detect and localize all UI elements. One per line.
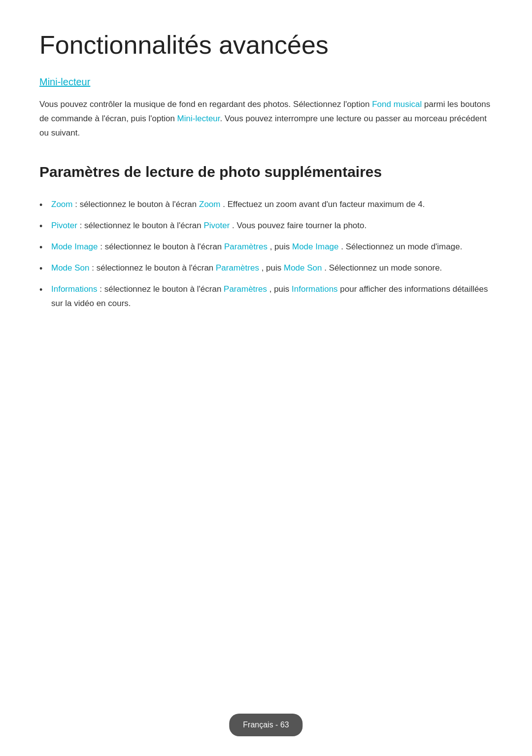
list-item: Pivoter : sélectionnez le bouton à l'écr… <box>39 219 493 233</box>
mini-lecteur-section: Mini-lecteur Vous pouvez contrôler la mu… <box>39 74 493 140</box>
bullet-text-1b: . Effectuez un zoom avant d'un facteur m… <box>223 200 425 209</box>
params-list: Zoom : sélectionnez le bouton à l'écran … <box>39 198 493 310</box>
mode-son-term-link[interactable]: Mode Son <box>51 263 90 273</box>
zoom-screen-link[interactable]: Zoom <box>199 200 220 209</box>
list-item: Mode Son : sélectionnez le bouton à l'éc… <box>39 261 493 275</box>
informations-screen-link[interactable]: Informations <box>292 284 338 294</box>
zoom-term-link[interactable]: Zoom <box>51 200 72 209</box>
page-footer: Français - 63 <box>229 714 302 736</box>
bullet-text-5: : sélectionnez le bouton à l'écran <box>100 284 224 294</box>
list-item: Informations : sélectionnez le bouton à … <box>39 282 493 311</box>
mini-lecteur-inline-link[interactable]: Mini-lecteur <box>177 114 220 123</box>
pivoter-term-link[interactable]: Pivoter <box>51 221 77 230</box>
intro-paragraph: Vous pouvez contrôler la musique de fond… <box>39 98 493 140</box>
bullet-text-5b: , puis <box>269 284 292 294</box>
fond-musical-link[interactable]: Fond musical <box>372 100 422 109</box>
bullet-text-3: : sélectionnez le bouton à l'écran <box>100 242 224 251</box>
bullet-text-4c: . Sélectionnez un mode sonore. <box>324 263 442 273</box>
params-section: Paramètres de lecture de photo supplémen… <box>39 160 493 310</box>
bullet-text-4: : sélectionnez le bouton à l'écran <box>92 263 216 273</box>
params-heading: Paramètres de lecture de photo supplémen… <box>39 160 493 184</box>
bullet-text-2: : sélectionnez le bouton à l'écran <box>80 221 204 230</box>
bullet-text-4b: , puis <box>262 263 284 273</box>
list-item: Mode Image : sélectionnez le bouton à l'… <box>39 240 493 254</box>
mode-son-screen-link[interactable]: Mode Son <box>284 263 322 273</box>
informations-term-link[interactable]: Informations <box>51 284 98 294</box>
intro-text-1: Vous pouvez contrôler la musique de fond… <box>39 100 372 109</box>
parametres-link-4[interactable]: Paramètres <box>216 263 259 273</box>
parametres-link-3[interactable]: Paramètres <box>224 242 267 251</box>
bullet-text-3b: , puis <box>270 242 292 251</box>
pivoter-screen-link[interactable]: Pivoter <box>203 221 230 230</box>
bullet-text-1: : sélectionnez le bouton à l'écran <box>75 200 199 209</box>
list-item: Zoom : sélectionnez le bouton à l'écran … <box>39 198 493 212</box>
mini-lecteur-link[interactable]: Mini-lecteur <box>39 74 493 90</box>
parametres-link-5[interactable]: Paramètres <box>224 284 267 294</box>
page-title: Fonctionnalités avancées <box>39 30 493 60</box>
bullet-text-2b: . Vous pouvez faire tourner la photo. <box>232 221 366 230</box>
bullet-text-3c: . Sélectionnez un mode d'image. <box>341 242 462 251</box>
mode-image-term-link[interactable]: Mode Image <box>51 242 98 251</box>
mode-image-screen-link[interactable]: Mode Image <box>292 242 339 251</box>
